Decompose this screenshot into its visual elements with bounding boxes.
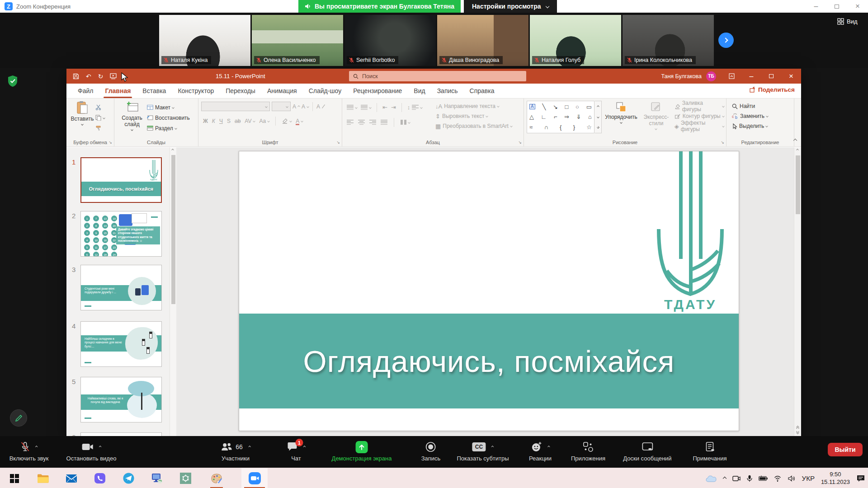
reactions-options-caret[interactable] xyxy=(547,446,550,448)
gallery-more-icon[interactable] xyxy=(597,126,599,129)
copy-caret[interactable] xyxy=(103,117,105,119)
paragraph-dialog-launcher[interactable] xyxy=(518,140,522,145)
paint-app-cell[interactable] xyxy=(208,468,226,488)
avatar[interactable]: ТБ xyxy=(706,71,716,81)
zoom-app-cell[interactable] xyxy=(241,468,268,488)
tab-review[interactable]: Рецензирование xyxy=(347,84,408,98)
chat-button[interactable]: 1 Чат xyxy=(287,440,306,462)
cut-button[interactable] xyxy=(95,103,105,112)
align-center-button[interactable] xyxy=(358,120,365,125)
slide-thumbnail-5[interactable]: Найважливіші слова, які я почула від вик… xyxy=(80,377,162,422)
battery-icon[interactable] xyxy=(759,476,768,481)
highlight-color-button[interactable] xyxy=(282,116,292,126)
text-direction-button[interactable]: ↓AНаправление текста xyxy=(435,102,512,111)
arrow-line-shape[interactable]: ↘ xyxy=(553,104,558,110)
tray-expand-chevron[interactable] xyxy=(723,477,726,480)
close-button[interactable] xyxy=(847,0,868,13)
participant-video-4[interactable]: Даша Виноградова xyxy=(437,15,528,66)
font-color-button[interactable]: A xyxy=(296,116,303,126)
font-name-select[interactable] xyxy=(201,102,270,111)
panel-scroll-thumb[interactable] xyxy=(171,155,175,304)
share-button[interactable]: Поделиться xyxy=(750,86,795,93)
replace-caret[interactable] xyxy=(766,115,769,117)
undo-button[interactable] xyxy=(86,73,91,80)
start-button[interactable] xyxy=(8,472,21,485)
redo-button[interactable] xyxy=(98,73,104,80)
viber-icon[interactable] xyxy=(94,472,106,485)
search-box[interactable] xyxy=(349,71,526,81)
panel-scroll-up-icon[interactable] xyxy=(171,149,174,151)
rectangle-shape[interactable]: □ xyxy=(565,104,569,110)
italic-button[interactable]: К xyxy=(212,116,215,126)
canvas-scrollbar[interactable] xyxy=(794,147,801,436)
next-participants-button[interactable] xyxy=(718,33,734,48)
align-left-button[interactable] xyxy=(347,120,354,125)
telegram-icon[interactable] xyxy=(122,472,135,485)
bullets-button[interactable] xyxy=(347,103,357,112)
tab-transitions[interactable]: Переходы xyxy=(220,84,261,98)
justify-button[interactable] xyxy=(381,120,387,125)
maximize-button[interactable] xyxy=(826,0,847,13)
participant-video-5[interactable]: Наталия Голуб xyxy=(530,15,621,66)
next-slide-button[interactable] xyxy=(797,431,799,433)
align-text-button[interactable]: ⇕Выровнять текст xyxy=(435,112,512,121)
file-explorer-icon[interactable] xyxy=(37,472,49,485)
elbow-arrow-shape[interactable]: ⌐ xyxy=(554,114,557,120)
canvas-scroll-thumb[interactable] xyxy=(796,155,800,214)
canvas-scroll-up-icon[interactable] xyxy=(796,149,799,151)
paste-caret[interactable] xyxy=(81,123,84,126)
search-input[interactable] xyxy=(362,73,522,80)
captions-options-caret[interactable] xyxy=(491,446,494,448)
select-caret[interactable] xyxy=(766,125,769,127)
account-name[interactable]: Таня Булгакова xyxy=(661,73,702,80)
rounded-rectangle-shape[interactable]: ▭ xyxy=(586,104,592,110)
shape-outline-button[interactable]: Контур фигуры xyxy=(675,112,724,121)
mic-tray-icon[interactable] xyxy=(747,475,752,482)
whiteboards-button[interactable]: Доски сообщений xyxy=(623,440,671,462)
new-slide-caret[interactable] xyxy=(131,128,133,131)
section-button[interactable]: Раздел xyxy=(147,123,190,133)
change-case-button[interactable]: Aa xyxy=(259,116,269,126)
font-size-select[interactable] xyxy=(272,102,291,111)
arrange-button[interactable]: Упорядочить xyxy=(604,101,638,138)
ppt-close-button[interactable] xyxy=(781,69,801,84)
tab-view[interactable]: Вид xyxy=(408,84,431,98)
record-button[interactable]: Запись xyxy=(421,440,441,462)
character-spacing-button[interactable]: AV xyxy=(245,116,255,126)
leave-button[interactable]: Выйти xyxy=(828,443,863,456)
line-spacing-button[interactable]: ↕ xyxy=(407,103,423,112)
apps-button[interactable]: Приложения xyxy=(571,440,605,462)
text-shadow-button[interactable]: S xyxy=(227,116,231,126)
network-icon[interactable] xyxy=(774,475,782,482)
gallery-up-icon[interactable] xyxy=(597,105,599,108)
decrease-indent-button[interactable]: ⇤ xyxy=(382,104,387,110)
start-presentation-icon[interactable] xyxy=(110,73,117,79)
minimize-button[interactable] xyxy=(806,0,826,13)
unmute-button[interactable]: Включить звук xyxy=(9,440,49,462)
clear-formatting-button[interactable]: A xyxy=(316,102,325,111)
slide-thumbnail-2[interactable]: 123456789101112131415161718192021222324 … xyxy=(80,211,162,257)
star-shape[interactable]: ☆ xyxy=(586,124,592,130)
grow-font-button[interactable]: A xyxy=(292,102,300,111)
ppt-minimize-button[interactable] xyxy=(741,69,761,84)
audio-options-caret[interactable] xyxy=(35,446,38,448)
reset-button[interactable]: Восстановить xyxy=(147,113,190,122)
share-screen-button[interactable]: Демонстрация экрана xyxy=(332,440,392,462)
volume-icon[interactable] xyxy=(788,475,796,482)
tab-home[interactable]: Главная xyxy=(99,84,137,98)
collapse-ribbon-button[interactable] xyxy=(794,136,797,144)
tab-design[interactable]: Конструктор xyxy=(172,84,220,98)
clipboard-dialog-launcher[interactable] xyxy=(108,140,112,145)
tab-insert[interactable]: Вставка xyxy=(137,84,172,98)
oval-shape[interactable]: ○ xyxy=(576,104,579,110)
participants-options-caret[interactable] xyxy=(248,446,251,448)
scribble-shape[interactable]: ≈ xyxy=(529,124,533,130)
section-caret[interactable] xyxy=(175,127,177,130)
new-slide-button[interactable]: Создать слайд xyxy=(117,101,147,138)
layout-button[interactable]: Макет xyxy=(147,103,190,112)
save-icon[interactable] xyxy=(73,73,79,80)
notes-button[interactable]: Примечания xyxy=(693,440,726,462)
view-layout-button[interactable]: Вид xyxy=(837,18,858,25)
quick-styles-button[interactable]: Экспресс-стили xyxy=(641,101,672,138)
underline-button[interactable]: Ч xyxy=(219,116,223,126)
